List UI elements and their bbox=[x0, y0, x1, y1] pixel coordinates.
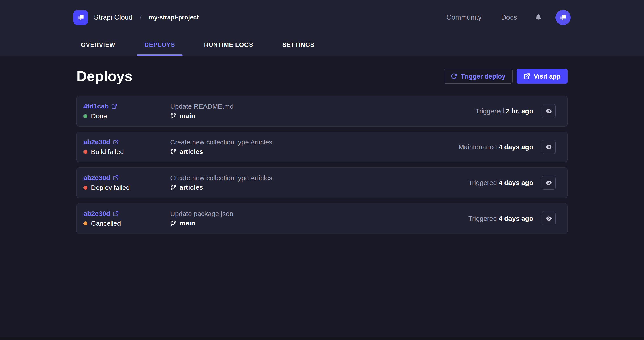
view-deploy-button[interactable] bbox=[542, 176, 556, 190]
external-link-icon bbox=[111, 103, 117, 109]
branch-name: main bbox=[180, 220, 195, 227]
commit-message: Create new collection type Articles bbox=[170, 174, 272, 182]
eye-icon bbox=[545, 143, 552, 151]
view-deploy-button[interactable] bbox=[542, 212, 556, 226]
deploy-card: 4fd1cab Done Update README.md bbox=[76, 96, 568, 126]
trigger-type: Triggered bbox=[476, 107, 504, 115]
external-link-icon bbox=[113, 175, 119, 181]
git-branch-icon bbox=[170, 148, 176, 155]
deploy-card: ab2e30d Cancelled Update package.json bbox=[76, 203, 568, 234]
eye-icon bbox=[545, 215, 552, 222]
trigger-type: Triggered bbox=[468, 215, 497, 222]
main-content: Deploys Trigger deploy bbox=[76, 56, 568, 234]
eye-icon bbox=[545, 107, 552, 115]
eye-icon bbox=[545, 179, 552, 186]
git-branch-icon bbox=[170, 113, 176, 119]
tab-settings[interactable]: SETTINGS bbox=[275, 37, 322, 56]
top-header: Strapi Cloud / my-strapi-project Communi… bbox=[0, 0, 644, 56]
commit-link[interactable]: ab2e30d bbox=[84, 138, 170, 146]
external-link-icon bbox=[113, 211, 119, 216]
nav-link-docs[interactable]: Docs bbox=[501, 14, 517, 22]
breadcrumb: Strapi Cloud / my-strapi-project bbox=[73, 10, 199, 25]
trigger-info: Maintenance4 days ago bbox=[458, 143, 533, 151]
branch-name: articles bbox=[180, 184, 203, 191]
commit-message: Update README.md bbox=[170, 103, 234, 110]
git-branch-icon bbox=[170, 220, 176, 226]
view-deploy-button[interactable] bbox=[542, 104, 556, 118]
tab-overview[interactable]: OVERVIEW bbox=[73, 37, 123, 56]
brand-name[interactable]: Strapi Cloud bbox=[94, 14, 132, 22]
commit-hash: ab2e30d bbox=[84, 174, 110, 182]
project-tabs: OVERVIEWDEPLOYSRUNTIME LOGSSETTINGS bbox=[73, 37, 571, 56]
status-label: Build failed bbox=[91, 148, 124, 156]
commit-link[interactable]: ab2e30d bbox=[84, 174, 170, 182]
nav-link-community[interactable]: Community bbox=[446, 14, 482, 22]
deploy-card: ab2e30d Deploy failed Create new collect… bbox=[76, 167, 568, 198]
trigger-time: 4 days ago bbox=[499, 215, 533, 222]
trigger-deploy-label: Trigger deploy bbox=[461, 73, 506, 80]
view-deploy-button[interactable] bbox=[542, 140, 556, 154]
git-branch-icon bbox=[170, 184, 176, 190]
branch-name: articles bbox=[180, 148, 203, 156]
trigger-time: 4 days ago bbox=[499, 143, 533, 150]
tab-runtime-logs[interactable]: RUNTIME LOGS bbox=[196, 37, 261, 56]
status-dot bbox=[84, 114, 88, 118]
breadcrumb-separator: / bbox=[140, 14, 142, 21]
status-label: Deploy failed bbox=[91, 184, 130, 192]
deploy-list: 4fd1cab Done Update README.md bbox=[76, 96, 568, 234]
trigger-info: Triggered4 days ago bbox=[468, 179, 533, 186]
trigger-type: Maintenance bbox=[458, 143, 497, 150]
user-avatar[interactable] bbox=[556, 10, 571, 25]
bottom-edge bbox=[0, 337, 644, 340]
commit-message: Create new collection type Articles bbox=[170, 138, 272, 146]
visit-app-label: Visit app bbox=[534, 73, 560, 80]
trigger-time: 2 hr. ago bbox=[506, 107, 533, 115]
status-dot bbox=[84, 150, 88, 154]
commit-link[interactable]: ab2e30d bbox=[84, 210, 170, 218]
header-actions: Community Docs bbox=[446, 10, 571, 25]
tab-deploys[interactable]: DEPLOYS bbox=[137, 37, 183, 56]
refresh-icon bbox=[450, 73, 457, 80]
status-dot bbox=[84, 186, 88, 190]
commit-hash: 4fd1cab bbox=[84, 102, 109, 110]
project-name[interactable]: my-strapi-project bbox=[149, 14, 199, 21]
trigger-info: Triggered2 hr. ago bbox=[476, 107, 533, 115]
branch-name: main bbox=[180, 112, 195, 120]
trigger-type: Triggered bbox=[468, 179, 497, 186]
status-label: Done bbox=[91, 112, 107, 120]
notification-bell-icon[interactable] bbox=[534, 14, 542, 22]
commit-hash: ab2e30d bbox=[84, 210, 110, 218]
strapi-logo-icon[interactable] bbox=[73, 10, 88, 25]
status-dot bbox=[84, 222, 88, 226]
trigger-deploy-button[interactable]: Trigger deploy bbox=[444, 69, 512, 84]
commit-hash: ab2e30d bbox=[84, 138, 110, 146]
external-link-icon bbox=[113, 139, 119, 145]
deploy-card: ab2e30d Build failed Create new collecti… bbox=[76, 132, 568, 162]
trigger-info: Triggered4 days ago bbox=[468, 215, 533, 222]
visit-app-button[interactable]: Visit app bbox=[516, 69, 568, 84]
page-title: Deploys bbox=[76, 68, 132, 84]
strapi-cloud-deploys-page: { "header": { "brand": "Strapi Cloud", "… bbox=[0, 0, 644, 340]
commit-link[interactable]: 4fd1cab bbox=[84, 102, 170, 110]
commit-message: Update package.json bbox=[170, 210, 233, 218]
external-link-icon bbox=[524, 73, 530, 80]
status-label: Cancelled bbox=[91, 220, 121, 227]
trigger-time: 4 days ago bbox=[499, 179, 533, 186]
